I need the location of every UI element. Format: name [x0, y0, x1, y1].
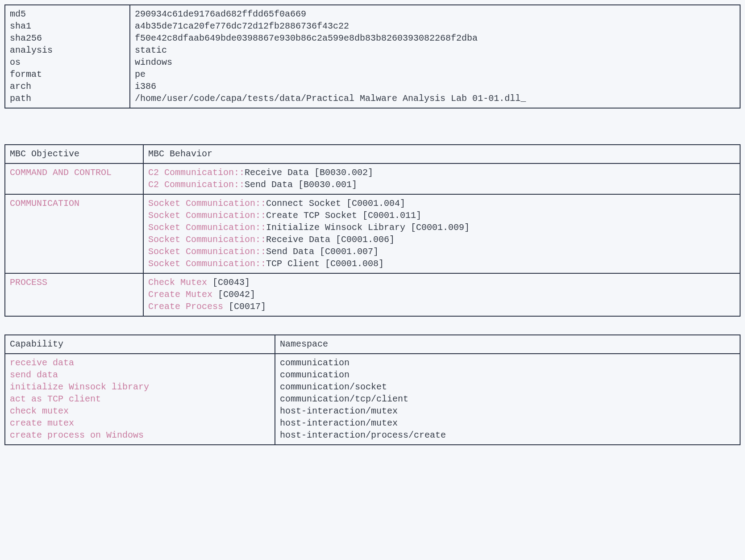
- mbc-behavior-category: Create Mutex: [148, 289, 218, 300]
- capability-list: receive datasend datainitialize Winsock …: [5, 354, 275, 445]
- metadata-key: md5: [10, 8, 125, 20]
- metadata-value: pe: [135, 68, 735, 80]
- metadata-key: os: [10, 56, 125, 68]
- mbc-behavior-detail: TCP Client [C0001.008]: [266, 259, 384, 269]
- namespace-item: communication: [280, 357, 735, 369]
- namespace-item: host-interaction/mutex: [280, 417, 735, 429]
- namespace-item: communication: [280, 369, 735, 381]
- mbc-behavior-detail: Send Data [C0001.007]: [266, 247, 379, 257]
- capability-item: create process on Windows: [10, 429, 270, 441]
- capability-item: send data: [10, 369, 270, 381]
- capability-item: check mutex: [10, 405, 270, 417]
- mbc-behavior-category: Check Mutex: [148, 277, 212, 288]
- metadata-key: sha1: [10, 20, 125, 32]
- mbc-behavior-line: C2 Communication::Receive Data [B0030.00…: [148, 167, 735, 179]
- mbc-behavior-detail: [C0017]: [229, 301, 266, 312]
- mbc-behavior-line: Create Process [C0017]: [148, 301, 735, 313]
- metadata-value: windows: [135, 56, 735, 68]
- mbc-behavior-detail: [C0042]: [218, 289, 255, 300]
- mbc-behavior-line: Socket Communication::Initialize Winsock…: [148, 221, 735, 234]
- metadata-keys: md5sha1sha256analysisosformatarchpath: [5, 5, 130, 108]
- mbc-behavior-line: Check Mutex [C0043]: [148, 276, 735, 288]
- metadata-key: path: [10, 92, 125, 104]
- namespace-item: host-interaction/process/create: [280, 429, 735, 441]
- mbc-behavior-detail: Receive Data [B0030.002]: [245, 167, 373, 178]
- mbc-behavior-line: Create Mutex [C0042]: [148, 288, 735, 301]
- metadata-key: format: [10, 68, 125, 80]
- mbc-behaviors: C2 Communication::Receive Data [B0030.00…: [143, 163, 740, 194]
- mbc-behavior-category: Socket Communication::: [148, 234, 266, 245]
- mbc-objective: PROCESS: [5, 273, 143, 316]
- mbc-row: PROCESSCheck Mutex [C0043]Create Mutex […: [5, 273, 740, 316]
- mbc-behavior-line: Socket Communication::Connect Socket [C0…: [148, 197, 735, 209]
- metadata-key: sha256: [10, 32, 125, 44]
- mbc-row: COMMAND AND CONTROLC2 Communication::Rec…: [5, 163, 740, 194]
- mbc-behavior-line: C2 Communication::Send Data [B0030.001]: [148, 179, 735, 191]
- mbc-behavior-category: Socket Communication::: [148, 222, 266, 233]
- capability-item: initialize Winsock library: [10, 381, 270, 393]
- capability-header-capability: Capability: [5, 335, 275, 354]
- capability-table: Capability Namespace receive datasend da…: [4, 334, 741, 445]
- metadata-value: /home/user/code/capa/tests/data/Practica…: [135, 92, 735, 104]
- mbc-behavior-detail: Send Data [B0030.001]: [245, 180, 357, 190]
- capability-item: create mutex: [10, 417, 270, 429]
- mbc-behavior-detail: Create TCP Socket [C0001.011]: [266, 210, 421, 221]
- namespace-item: communication/socket: [280, 381, 735, 393]
- metadata-value: f50e42c8dfaab649bde0398867e930b86c2a599e…: [135, 32, 735, 44]
- mbc-behaviors: Check Mutex [C0043]Create Mutex [C0042]C…: [143, 273, 740, 316]
- namespace-list: communicationcommunicationcommunication/…: [275, 354, 740, 445]
- mbc-behavior-category: C2 Communication::: [148, 180, 245, 190]
- mbc-table: MBC Objective MBC Behavior COMMAND AND C…: [4, 144, 741, 317]
- metadata-table: md5sha1sha256analysisosformatarchpath290…: [4, 4, 741, 109]
- mbc-behavior-category: Create Process: [148, 301, 229, 312]
- mbc-behavior-line: Socket Communication::TCP Client [C0001.…: [148, 258, 735, 270]
- mbc-behavior-line: Socket Communication::Create TCP Socket …: [148, 209, 735, 221]
- mbc-objective: COMMAND AND CONTROL: [5, 163, 143, 194]
- metadata-value: 290934c61de9176ad682ffdd65f0a669: [135, 8, 735, 20]
- mbc-behavior-detail: Receive Data [C0001.006]: [266, 234, 395, 245]
- capability-header-namespace: Namespace: [275, 335, 740, 354]
- metadata-value: a4b35de71ca20fe776dc72d12fb2886736f43c22: [135, 20, 735, 32]
- metadata-value: i386: [135, 80, 735, 92]
- mbc-behavior-category: Socket Communication::: [148, 259, 266, 269]
- mbc-objective: COMMUNICATION: [5, 194, 143, 273]
- namespace-item: communication/tcp/client: [280, 393, 735, 405]
- mbc-behavior-detail: Connect Socket [C0001.004]: [266, 198, 405, 209]
- mbc-behavior-category: C2 Communication::: [148, 167, 245, 178]
- mbc-behavior-line: Socket Communication::Receive Data [C000…: [148, 234, 735, 246]
- mbc-behavior-category: Socket Communication::: [148, 198, 266, 209]
- mbc-header-objective: MBC Objective: [5, 145, 143, 163]
- metadata-value: static: [135, 44, 735, 56]
- mbc-behavior-category: Socket Communication::: [148, 247, 266, 257]
- metadata-values: 290934c61de9176ad682ffdd65f0a669a4b35de7…: [130, 5, 740, 108]
- metadata-row: md5sha1sha256analysisosformatarchpath290…: [5, 5, 740, 108]
- capability-item: act as TCP client: [10, 393, 270, 405]
- mbc-behavior-detail: [C0043]: [212, 277, 250, 288]
- mbc-behavior-category: Socket Communication::: [148, 210, 266, 221]
- metadata-key: arch: [10, 80, 125, 92]
- mbc-row: COMMUNICATIONSocket Communication::Conne…: [5, 194, 740, 273]
- mbc-header-behavior: MBC Behavior: [143, 145, 740, 163]
- capability-item: receive data: [10, 357, 270, 369]
- mbc-behavior-detail: Initialize Winsock Library [C0001.009]: [266, 222, 470, 233]
- mbc-behavior-line: Socket Communication::Send Data [C0001.0…: [148, 246, 735, 258]
- mbc-behaviors: Socket Communication::Connect Socket [C0…: [143, 194, 740, 273]
- metadata-key: analysis: [10, 44, 125, 56]
- namespace-item: host-interaction/mutex: [280, 405, 735, 417]
